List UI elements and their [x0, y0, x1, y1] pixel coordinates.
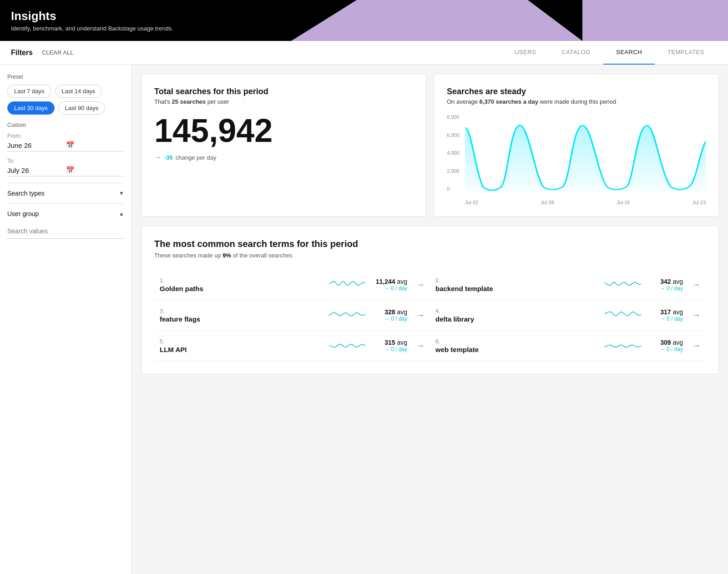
term-row-3: 3. feature flags 328 avg → 0 / day →	[154, 300, 430, 331]
tab-users[interactable]: USERS	[502, 41, 549, 65]
term-sparkline-2	[605, 277, 641, 292]
term-info-6: 6. web template	[435, 338, 599, 353]
header-bg-purple	[291, 0, 728, 41]
change-number: -35	[164, 154, 173, 161]
user-group-label: User group	[7, 210, 39, 217]
term-rank-3: 3.	[160, 308, 324, 314]
term-rank-2: 2.	[435, 277, 599, 284]
chart-x-labels: Jul 02 Jul 09 Jul 16 Jul 23	[465, 200, 706, 205]
search-values-input[interactable]	[7, 224, 124, 239]
term-stats-4: 317 avg → 0 / day	[647, 308, 683, 322]
nav-tabs: USERS CATALOG SEARCH TEMPLATES	[502, 41, 717, 65]
term-info-2: 2. backend template	[435, 277, 599, 292]
term-stats-5: 315 avg → 0 / day	[371, 339, 407, 352]
term-arrow-4[interactable]: →	[692, 311, 700, 320]
common-terms-subtitle: These searches made up 9% of the overall…	[154, 252, 706, 259]
term-rank-1: 1.	[160, 277, 324, 284]
term-row-4: 4. delta library 317 avg → 0 / day →	[430, 300, 706, 331]
preset-90days[interactable]: Last 90 days	[58, 101, 106, 115]
term-sparkline-6	[605, 338, 641, 353]
big-number: 145,942	[154, 114, 413, 147]
term-stats-6: 309 avg → 0 / day	[647, 339, 683, 352]
page-header: Insights Identify, benchmark, and unders…	[0, 0, 728, 41]
change-row: → -35 change per day	[154, 153, 413, 161]
search-types-filter[interactable]: Search types ▼	[7, 183, 124, 203]
steady-title: Searches are steady	[447, 87, 706, 96]
searches-steady-card: Searches are steady On average 6,370 sea…	[434, 74, 719, 217]
term-arrow-1[interactable]: →	[416, 280, 425, 290]
clear-all-button[interactable]: CLEAR ALL	[42, 49, 73, 56]
term-row-6: 6. web template 309 avg → 0 / day →	[430, 331, 706, 361]
term-sparkline-5	[329, 338, 365, 353]
term-avg-6: 309 avg	[647, 339, 683, 346]
filters-label: Filters	[11, 49, 33, 57]
tab-search[interactable]: SEARCH	[603, 41, 655, 65]
term-rank-4: 4.	[435, 308, 599, 314]
user-group-filter[interactable]: User group ▲	[7, 203, 124, 224]
page-subtitle: Identify, benchmark, and understand Back…	[11, 25, 173, 32]
from-date-value: June 26	[7, 141, 66, 149]
term-name-1: Golden paths	[160, 285, 324, 292]
to-date-value: July 26	[7, 166, 66, 174]
y-label-0: 0	[447, 186, 460, 191]
common-terms-card: The most common search terms for this pe…	[141, 226, 719, 374]
change-label: change per day	[176, 154, 217, 161]
preset-14days[interactable]: Last 14 days	[55, 85, 102, 98]
term-row-2: 2. backend template 342 avg → 0 / day →	[430, 270, 706, 300]
term-rank-5: 5.	[160, 338, 324, 345]
term-row-5: 5. LLM API 315 avg → 0 / day →	[154, 331, 430, 361]
content-area: Total searches for this period That's 25…	[132, 65, 728, 574]
term-row-1: 1. Golden paths 11,244 avg → 0 / day →	[154, 270, 430, 300]
term-name-6: web template	[435, 346, 599, 353]
preset-30days[interactable]: Last 30 days	[7, 101, 55, 115]
from-date-row: June 26 📅	[7, 141, 124, 151]
term-change-4: → 0 / day	[647, 316, 683, 322]
x-label-jul09: Jul 09	[541, 200, 554, 205]
page-title: Insights	[11, 9, 173, 23]
term-avg-3: 328 avg	[371, 308, 407, 316]
term-arrow-3[interactable]: →	[416, 311, 425, 320]
line-chart: 8,000 6,000 4,000 2,000 0	[447, 114, 706, 205]
user-group-chevron: ▲	[119, 211, 124, 217]
header-content: Insights Identify, benchmark, and unders…	[11, 9, 173, 32]
header-bg-triangle	[528, 0, 582, 41]
tab-templates[interactable]: TEMPLATES	[655, 41, 717, 65]
term-arrow-6[interactable]: →	[692, 341, 700, 351]
nav-bar: Filters CLEAR ALL USERS CATALOG SEARCH T…	[0, 41, 728, 65]
preset-chips: Last 7 days Last 14 days Last 30 days La…	[7, 85, 124, 115]
y-label-6000: 6,000	[447, 132, 460, 138]
search-types-chevron: ▼	[119, 190, 124, 196]
term-info-4: 4. delta library	[435, 308, 599, 323]
y-label-8000: 8,000	[447, 114, 460, 120]
x-label-jul23: Jul 23	[693, 200, 706, 205]
tab-catalog[interactable]: CATALOG	[549, 41, 603, 65]
term-rank-6: 6.	[435, 338, 599, 345]
term-name-4: delta library	[435, 315, 599, 323]
x-label-jul02: Jul 02	[465, 200, 478, 205]
term-sparkline-4	[605, 307, 641, 323]
term-info-3: 3. feature flags	[160, 308, 324, 323]
to-label: To:	[7, 158, 124, 164]
term-change-6: → 0 / day	[647, 346, 683, 352]
to-calendar-icon[interactable]: 📅	[66, 166, 125, 174]
from-calendar-icon[interactable]: 📅	[66, 141, 125, 149]
term-stats-3: 328 avg → 0 / day	[371, 308, 407, 322]
term-name-5: LLM API	[160, 346, 324, 353]
term-avg-1: 11,244 avg	[371, 278, 407, 285]
to-date-row: July 26 📅	[7, 166, 124, 176]
term-info-5: 5. LLM API	[160, 338, 324, 353]
term-name-2: backend template	[435, 285, 599, 292]
term-name-3: feature flags	[160, 315, 324, 323]
term-info-1: 1. Golden paths	[160, 277, 324, 292]
term-arrow-2[interactable]: →	[692, 280, 700, 290]
x-label-jul16: Jul 16	[617, 200, 630, 205]
term-arrow-5[interactable]: →	[416, 341, 425, 351]
stats-row: Total searches for this period That's 25…	[141, 74, 719, 217]
term-avg-4: 317 avg	[647, 308, 683, 316]
common-terms-title: The most common search terms for this pe…	[154, 239, 706, 249]
term-sparkline-1	[329, 277, 365, 292]
preset-7days[interactable]: Last 7 days	[7, 85, 51, 98]
term-sparkline-3	[329, 307, 365, 323]
term-change-5: → 0 / day	[371, 346, 407, 352]
chart-y-labels: 8,000 6,000 4,000 2,000 0	[447, 114, 460, 191]
